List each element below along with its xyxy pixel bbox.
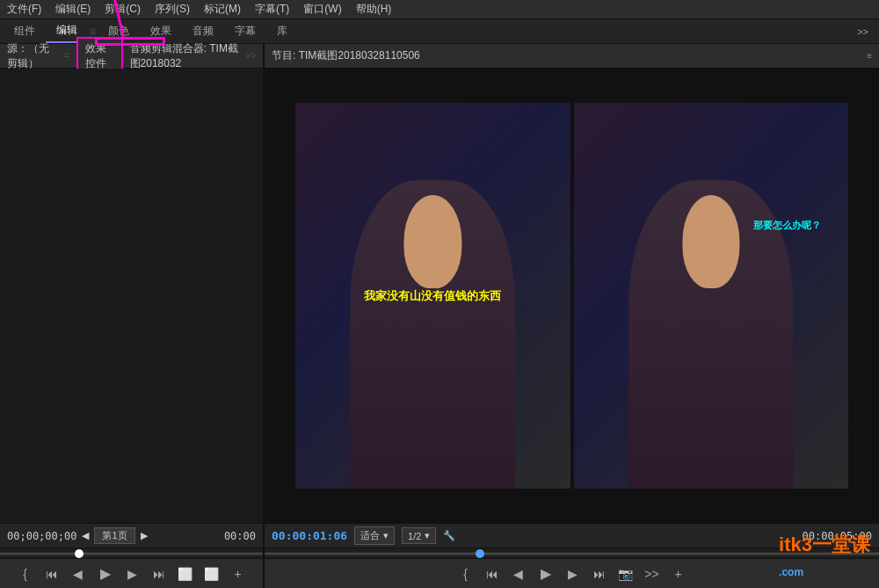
source-btn-prev-edit[interactable]: ⏮ <box>43 565 61 583</box>
source-overflow[interactable]: >> <box>245 51 256 61</box>
fraction-dropdown[interactable]: 1/2 ▾ <box>402 527 436 544</box>
program-btn-camera[interactable]: 📷 <box>617 565 635 583</box>
head-left <box>403 195 461 287</box>
source-scrubber[interactable] <box>0 548 263 558</box>
source-btn-insert[interactable]: ⬜ <box>177 565 194 583</box>
fit-dropdown[interactable]: 适合 ▾ <box>354 526 395 545</box>
program-transport-bar: { ⏮ ◀ ▶ ▶ ⏭ 📷 >> + <box>265 558 879 588</box>
source-btn-mark-in[interactable]: { <box>17 565 34 583</box>
source-btn-next-edit[interactable]: ⏭ <box>150 565 168 583</box>
source-panel-title: 源：（无剪辑） <box>7 41 57 71</box>
source-timecode-bar: 00;00;00;00 ◀ 第1页 ▶ 00:00 <box>0 523 263 548</box>
tab-library[interactable]: 库 <box>266 19 298 43</box>
source-panel-header: 源：（无剪辑） = 效果控件 音频剪辑混合器: TIM截图2018032 >> <box>0 44 263 69</box>
program-settings-icon[interactable]: 🔧 <box>443 530 455 541</box>
program-video-area: 我家没有山没有值钱的东西 那要怎么办呢？ <box>265 69 879 523</box>
main-layout: 源：（无剪辑） = 效果控件 音频剪辑混合器: TIM截图2018032 >> … <box>0 44 879 588</box>
program-end-time: 00:00:05:00 <box>803 530 872 542</box>
program-scrubber-track <box>265 552 879 555</box>
program-menu-icon[interactable]: ≡ <box>867 51 872 61</box>
source-page-indicator: 第1页 <box>94 527 134 544</box>
source-sep: = <box>64 51 69 61</box>
source-page-prev[interactable]: ◀ <box>82 530 89 541</box>
program-timecode: 00:00:01:06 <box>272 529 347 542</box>
right-panel: 节目: TIM截图20180328110506 ≡ 我家没有山没有值钱的东西 <box>264 44 879 588</box>
source-video-area <box>0 69 263 523</box>
program-btn-next-edit[interactable]: ⏭ <box>591 565 608 583</box>
program-thumb-left: 我家没有山没有值钱的东西 <box>295 103 570 489</box>
program-panel-header: 节目: TIM截图20180328110506 ≡ <box>265 44 879 69</box>
source-end-time: 00:00 <box>224 530 256 542</box>
menu-help[interactable]: 帮助(H) <box>356 2 392 17</box>
source-scrubber-track <box>0 552 263 555</box>
source-page-next[interactable]: ▶ <box>141 530 148 541</box>
audio-mixer-tab[interactable]: 音频剪辑混合器: TIM截图2018032 <box>130 41 239 71</box>
menu-file[interactable]: 文件(F) <box>7 2 41 17</box>
head-right <box>682 195 740 287</box>
tab-assembly[interactable]: 组件 <box>4 19 46 43</box>
menu-clip[interactable]: 剪辑(C) <box>105 2 141 17</box>
program-panel-title: 节目: TIM截图20180328110506 <box>272 48 420 63</box>
program-scrubber-head <box>476 549 484 558</box>
program-btn-step-back[interactable]: ◀ <box>510 565 527 583</box>
source-transport-bar: { ⏮ ◀ ▶ ▶ ⏭ ⬜ ⬜ + <box>0 558 263 588</box>
program-btn-step-fwd[interactable]: ▶ <box>564 565 582 583</box>
left-panel: 源：（无剪辑） = 效果控件 音频剪辑混合器: TIM截图2018032 >> … <box>0 44 264 588</box>
tab-audio[interactable]: 音频 <box>182 19 224 43</box>
program-btn-mark-in[interactable]: { <box>457 565 475 583</box>
fraction-dropdown-arrow: ▾ <box>425 530 430 541</box>
silhouette-left <box>350 180 515 490</box>
program-timecode-bar: 00:00:01:06 适合 ▾ 1/2 ▾ 🔧 00:00:05:00 <box>265 523 879 548</box>
program-btn-prev-edit[interactable]: ⏮ <box>483 565 501 583</box>
fit-label: 适合 <box>360 529 380 542</box>
program-video-thumbnails: 我家没有山没有值钱的东西 那要怎么办呢？ <box>295 103 848 489</box>
video-text-left: 我家没有山没有值钱的东西 <box>364 287 501 303</box>
menu-marker[interactable]: 标记(M) <box>204 2 241 17</box>
source-btn-step-fwd[interactable]: ▶ <box>124 565 142 583</box>
source-btn-export[interactable]: + <box>229 565 247 583</box>
fraction-label: 1/2 <box>408 531 421 541</box>
menu-bar: 文件(F) 编辑(E) 剪辑(C) 序列(S) 标记(M) 字幕(T) 窗口(W… <box>0 0 879 19</box>
program-btn-play[interactable]: ▶ <box>536 564 556 584</box>
tab-captions[interactable]: 字幕 <box>224 19 266 43</box>
menu-caption[interactable]: 字幕(T) <box>255 2 289 17</box>
tab-effects[interactable]: 效果 <box>140 19 182 43</box>
fit-dropdown-arrow: ▾ <box>383 530 389 541</box>
source-scrubber-head <box>75 549 84 558</box>
source-btn-play[interactable]: ▶ <box>96 564 115 584</box>
source-btn-step-back[interactable]: ◀ <box>69 565 87 583</box>
tab-divider: ≡ <box>90 25 96 38</box>
program-btn-add[interactable]: + <box>670 565 687 583</box>
top-tabs-overflow[interactable]: >> <box>857 26 875 37</box>
menu-window[interactable]: 窗口(W) <box>303 2 341 17</box>
source-btn-overwrite[interactable]: ⬜ <box>203 565 221 583</box>
video-text-right: 那要怎么办呢？ <box>753 219 821 232</box>
program-scrubber[interactable] <box>265 548 879 558</box>
program-thumb-right: 那要怎么办呢？ <box>574 103 849 489</box>
program-btn-overflow[interactable]: >> <box>643 565 661 583</box>
source-timecode: 00;00;00;00 <box>7 530 76 542</box>
menu-edit[interactable]: 编辑(E) <box>55 2 91 17</box>
menu-sequence[interactable]: 序列(S) <box>155 2 190 17</box>
